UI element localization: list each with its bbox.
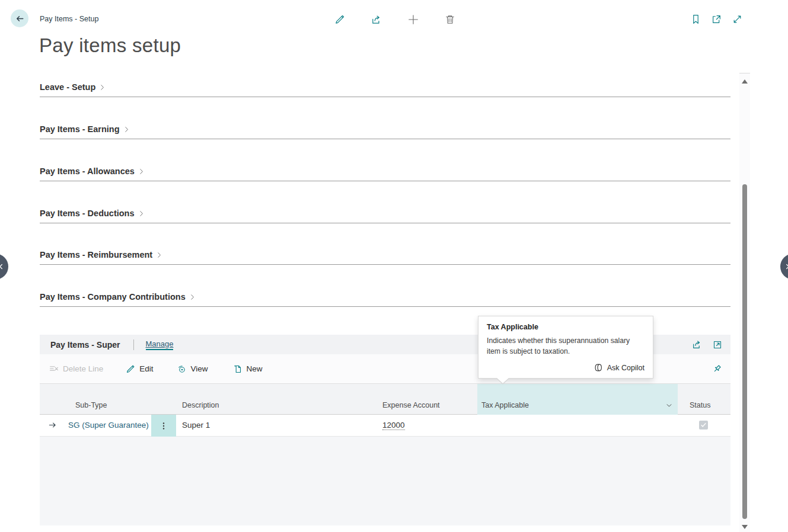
cell-expense-account[interactable]: 12000 [382, 421, 405, 430]
expand-button[interactable] [732, 14, 742, 24]
section-leave-setup[interactable]: Leave - Setup [40, 82, 730, 97]
checkmark-icon [700, 422, 707, 428]
section-pay-items-earning[interactable]: Pay Items - Earning [40, 124, 730, 139]
scroll-down-arrow[interactable] [742, 525, 748, 529]
section-pay-items-reimbursement[interactable]: Pay Items - Reimbursement [40, 249, 730, 265]
view-button[interactable]: View [177, 364, 208, 374]
section-label: Pay Items - Allowances [40, 166, 135, 176]
chevron-right-icon [155, 251, 163, 259]
ask-copilot-label: Ask Copilot [607, 364, 645, 372]
cell-sub-type[interactable]: SG (Super Guarantee) [68, 421, 149, 430]
new-label: New [247, 364, 263, 373]
card-title: Pay Items - Super [50, 340, 120, 350]
chevron-right-icon [123, 126, 130, 133]
chevron-right-icon [98, 84, 106, 91]
page-title: Pay items setup [39, 34, 181, 57]
tax-applicable-tooltip: Tax Applicable Indicates whether this su… [478, 316, 653, 379]
tab-manage[interactable]: Manage [146, 339, 174, 350]
bookmark-button[interactable] [691, 14, 701, 24]
grid-header: Sub-Type Description Expense Account Tax… [40, 384, 730, 415]
tooltip-tail [496, 377, 509, 383]
new-button[interactable]: New [233, 364, 263, 374]
left-arrow-icon [15, 14, 25, 24]
pencil-icon [126, 364, 135, 374]
edit-label: Edit [139, 364, 153, 373]
new-page-button[interactable] [408, 14, 419, 25]
share-icon [371, 14, 382, 25]
expand-right-panel-button[interactable] [780, 254, 788, 280]
card-open-window-button[interactable] [713, 339, 722, 350]
grid-empty-area [40, 437, 730, 525]
view-label: View [191, 364, 208, 373]
delete-line-icon [49, 364, 59, 374]
table-row: SG (Super Guarantee) Super 1 12000 [40, 415, 730, 437]
tax-applicable-column-highlight [477, 384, 678, 415]
bookmark-icon [691, 14, 701, 24]
tooltip-body: Indicates whether this superannuation sa… [487, 336, 645, 357]
section-pay-items-allowances[interactable]: Pay Items - Allowances [40, 166, 730, 181]
page-utility-bar [691, 14, 742, 24]
plus-icon [408, 14, 419, 25]
section-label: Pay Items - Earning [40, 124, 120, 134]
edit-page-button[interactable] [334, 14, 345, 25]
delete-page-button[interactable] [445, 14, 455, 25]
view-eye-icon [177, 364, 187, 374]
ask-copilot-button[interactable]: Ask Copilot [487, 363, 645, 373]
column-header-description[interactable]: Description [182, 401, 219, 409]
trash-icon [445, 14, 455, 25]
collapse-left-panel-button[interactable] [0, 254, 8, 280]
chevron-left-icon [0, 262, 5, 271]
open-in-new-window-icon [713, 340, 722, 350]
vertical-ellipsis-icon [159, 421, 168, 431]
edit-button[interactable]: Edit [126, 364, 153, 374]
page-action-bar [334, 14, 455, 25]
scrollbar-thumb[interactable] [742, 184, 747, 519]
section-pay-items-company-contributions[interactable]: Pay Items - Company Contributions [40, 291, 730, 307]
column-header-status[interactable]: Status [690, 401, 710, 409]
section-label: Pay Items - Deductions [40, 209, 135, 218]
column-header-sub-type[interactable]: Sub-Type [75, 401, 107, 409]
column-header-tax-applicable[interactable]: Tax Applicable [481, 401, 529, 409]
cell-description[interactable]: Super 1 [182, 421, 210, 430]
delete-line-button[interactable]: Delete Line [49, 364, 103, 374]
share-page-button[interactable] [371, 14, 382, 25]
vertical-scrollbar[interactable] [739, 73, 750, 532]
divider [133, 339, 134, 350]
card-share-button[interactable] [692, 339, 702, 350]
tooltip-title: Tax Applicable [487, 323, 645, 331]
open-in-new-window-button[interactable] [712, 14, 722, 24]
diagonal-expand-icon [732, 14, 742, 24]
status-checkbox [699, 421, 708, 430]
section-label: Leave - Setup [40, 82, 95, 92]
share-icon [692, 339, 702, 350]
active-row-arrow-icon [48, 421, 57, 430]
breadcrumb[interactable]: Pay Items - Setup [40, 15, 98, 23]
delete-line-label: Delete Line [63, 364, 103, 373]
section-label: Pay Items - Company Contributions [40, 292, 186, 302]
section-label: Pay Items - Reimbursement [40, 250, 152, 259]
copilot-icon [594, 363, 604, 373]
open-in-new-window-icon [712, 14, 722, 24]
new-document-icon [233, 364, 243, 374]
chevron-right-icon [783, 262, 788, 271]
section-pay-items-deductions[interactable]: Pay Items - Deductions [40, 208, 730, 223]
back-button[interactable] [11, 9, 28, 27]
column-header-expense-account[interactable]: Expense Account [382, 401, 440, 409]
chevron-right-icon [138, 210, 145, 217]
pin-part-button[interactable] [712, 364, 722, 374]
chevron-down-icon[interactable] [665, 402, 673, 409]
chevron-right-icon [189, 293, 196, 301]
pencil-icon [334, 14, 345, 25]
chevron-right-icon [138, 168, 145, 175]
pushpin-icon [712, 364, 722, 374]
row-options-button[interactable] [151, 415, 176, 437]
scroll-up-arrow[interactable] [742, 79, 748, 84]
